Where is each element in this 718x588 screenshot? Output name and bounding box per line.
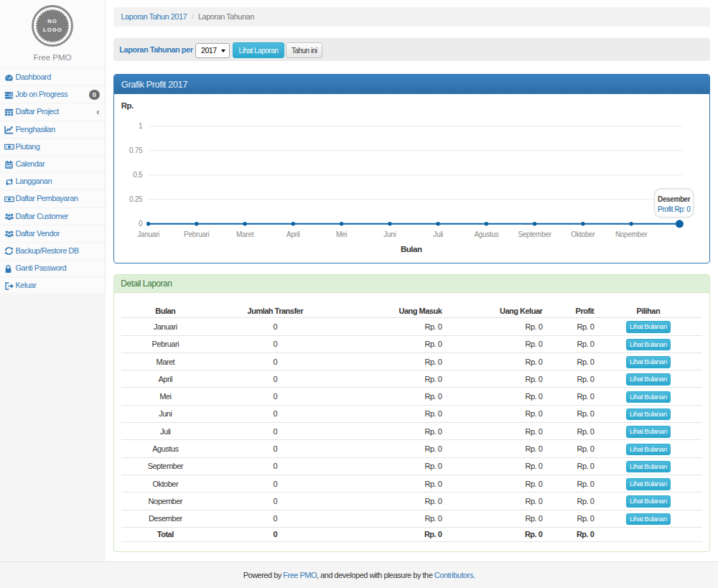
svg-text:Rp.: Rp. [121,101,134,110]
svg-text:Januari: Januari [138,230,160,238]
svg-text:Nopember: Nopember [615,230,648,238]
svg-text:0.75: 0.75 [129,146,143,154]
svg-text:September: September [518,230,552,238]
svg-text:Desember: Desember [658,195,691,203]
svg-text:0: 0 [139,220,143,228]
svg-text:Juni: Juni [384,230,396,238]
svg-text:Mei: Mei [336,230,347,238]
svg-text:0.25: 0.25 [129,195,143,203]
svg-text:0.5: 0.5 [133,171,143,179]
svg-text:Oktober: Oktober [571,230,595,238]
svg-text:Juli: Juli [433,230,443,238]
svg-text:Bulan: Bulan [401,245,422,253]
svg-text:Maret: Maret [236,230,254,238]
svg-text:Profit Rp: 0: Profit Rp: 0 [658,205,691,213]
svg-text:NO: NO [47,18,57,24]
svg-text:Pebruari: Pebruari [184,230,209,238]
svg-text:Agustus: Agustus [475,230,499,238]
svg-text:April: April [286,230,300,238]
svg-text:1: 1 [139,122,143,130]
svg-text:LOGO: LOGO [43,27,62,33]
